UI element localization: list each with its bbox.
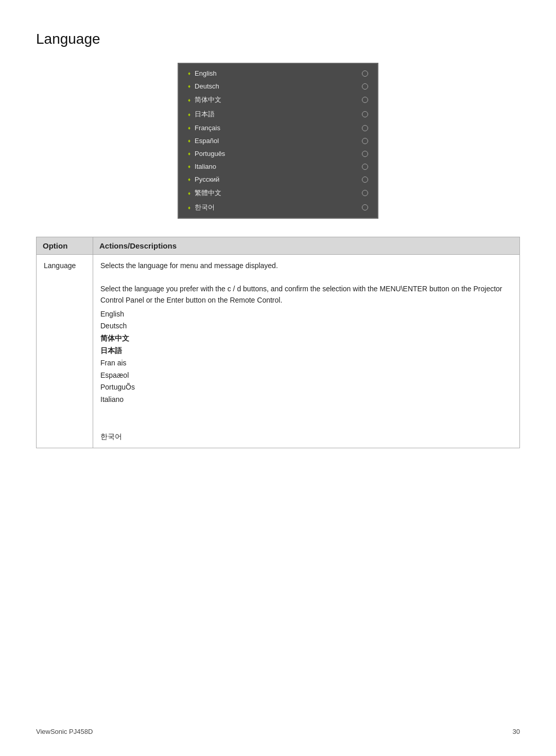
bullet-icon: ♦ [188,97,190,103]
page-title: Language [36,31,520,47]
bullet-icon: ♦ [188,190,190,196]
menu-item-left: ♦ 繁體中文 [188,188,221,198]
menu-item-left: ♦ Português [188,150,225,157]
menu-item-label: Русский [195,175,219,183]
menu-item[interactable]: ♦ 한국어 [179,200,377,215]
menu-item[interactable]: ♦ Deutsch [179,80,377,93]
page-footer: ViewSonic PJ458D 30 [36,728,520,735]
lang-item [100,406,512,418]
bullet-icon: ♦ [188,164,190,169]
menu-container: ♦ English ♦ Deutsch ♦ 简体中文 ♦ 日本語 [36,63,520,219]
language-list: English Deutsch 简体中文 日本語 Fran ais Espaæo… [100,308,512,443]
menu-item-left: ♦ Español [188,137,219,145]
footer-page-number: 30 [513,728,520,735]
lang-item: 한국어 [100,431,512,443]
radio-circle[interactable] [362,190,368,196]
menu-item-left: ♦ 简体中文 [188,95,221,104]
menu-item[interactable]: ♦ Italiano [179,160,377,173]
menu-item[interactable]: ♦ 日本語 [179,107,377,121]
menu-item[interactable]: ♦ Español [179,134,377,147]
page-container: Language ♦ English ♦ Deutsch ♦ 简体中文 ♦ [0,0,556,479]
menu-item[interactable]: ♦ English [179,67,377,80]
td-actions: Selects the language for menu and messag… [93,255,520,448]
menu-item-left: ♦ Italiano [188,163,216,170]
lang-item: English [100,308,512,321]
menu-item-label: Español [195,137,219,145]
radio-circle[interactable] [362,151,368,157]
radio-circle[interactable] [362,111,368,117]
lang-item: 日本語 [100,345,512,357]
desc-2: Select the language you prefer with the … [100,283,512,306]
radio-circle[interactable] [362,204,368,210]
radio-circle[interactable] [362,83,368,90]
menu-item-left: ♦ English [188,69,217,77]
table-row: Language Selects the language for menu a… [37,255,520,448]
menu-item-label: Français [195,124,220,132]
menu-item-label: Português [195,150,225,157]
menu-item[interactable]: ♦ Français [179,121,377,134]
lang-item: PortuguÕs [100,381,512,394]
menu-item-label: 繁體中文 [195,188,221,198]
bullet-icon: ♦ [188,83,190,89]
menu-item[interactable]: ♦ Русский [179,173,377,186]
lang-item: Italiano [100,394,512,406]
bullet-icon: ♦ [188,71,190,76]
menu-item[interactable]: ♦ 繁體中文 [179,186,377,200]
bullet-icon: ♦ [188,125,190,131]
footer-brand: ViewSonic PJ458D [36,728,93,735]
menu-item-left: ♦ Русский [188,175,219,183]
bullet-icon: ♦ [188,205,190,210]
radio-circle[interactable] [362,97,368,103]
lang-item: Fran ais [100,357,512,370]
bullet-icon: ♦ [188,112,190,117]
menu-item-left: ♦ 日本語 [188,110,215,119]
info-table: Option Actions/Descriptions Language Sel… [36,237,520,448]
menu-item-label: Italiano [195,163,216,170]
radio-circle[interactable] [362,138,368,144]
menu-item-label: Deutsch [195,82,219,90]
bullet-icon: ♦ [188,138,190,144]
menu-box: ♦ English ♦ Deutsch ♦ 简体中文 ♦ 日本語 [178,63,378,219]
lang-item: Deutsch [100,320,512,332]
td-option: Language [37,255,93,448]
radio-circle[interactable] [362,125,368,131]
menu-item-label: 한국어 [195,203,215,212]
desc-1: Selects the language for menu and messag… [100,260,512,271]
menu-item-left: ♦ Français [188,124,220,132]
menu-item-left: ♦ Deutsch [188,82,219,90]
bullet-icon: ♦ [188,151,190,156]
radio-circle[interactable] [362,71,368,77]
lang-item: 简体中文 [100,332,512,345]
col-header-actions: Actions/Descriptions [93,237,520,255]
menu-item[interactable]: ♦ 简体中文 [179,93,377,107]
menu-item-label: 日本語 [195,110,215,119]
col-header-option: Option [37,237,93,255]
menu-item[interactable]: ♦ Português [179,147,377,160]
lang-item [100,418,512,431]
menu-item-label: 简体中文 [195,95,221,104]
menu-item-left: ♦ 한국어 [188,203,215,212]
lang-item: Espaæol [100,370,512,382]
menu-item-label: English [195,69,217,77]
bullet-icon: ♦ [188,177,190,182]
radio-circle[interactable] [362,164,368,170]
radio-circle[interactable] [362,177,368,183]
